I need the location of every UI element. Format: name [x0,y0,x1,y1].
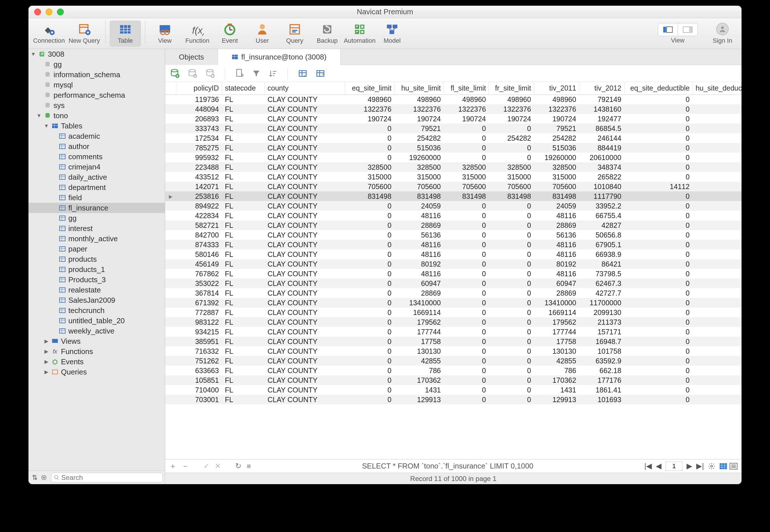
cell[interactable]: 894922 [176,201,222,211]
stop-button[interactable]: ■ [247,462,251,470]
sort-icon[interactable] [269,69,277,78]
tree-collapse-icon[interactable]: ⇅ [31,474,39,482]
cell[interactable]: 105851 [176,375,222,385]
cell[interactable]: 0 [489,124,534,133]
cell[interactable]: 422834 [176,211,222,220]
delete-row-button[interactable]: － [182,461,189,471]
cell[interactable] [693,279,741,288]
cell[interactable]: FL [222,182,265,191]
cell[interactable]: 1322376 [394,104,444,114]
cell[interactable]: FL [222,230,265,240]
cell[interactable]: 42855 [534,356,579,366]
tables-folder[interactable]: ▼Tables [28,121,165,131]
cell[interactable]: 983122 [176,317,222,327]
cell[interactable] [693,95,741,104]
cell[interactable]: 190724 [489,114,534,124]
table-author[interactable]: author [28,141,165,152]
table-row[interactable]: 785275FLCLAY COUNTY051503600515036884419… [165,143,742,153]
cell[interactable]: 0 [624,220,693,230]
cell[interactable]: FL [222,104,265,114]
cell[interactable]: 0 [489,220,534,230]
cell[interactable]: 0 [345,133,394,143]
cell[interactable] [693,114,741,124]
cell[interactable]: 11700000 [579,298,624,308]
sidebar-search[interactable] [51,473,163,482]
table-products[interactable]: products [28,254,165,264]
table-field[interactable]: field [28,193,165,203]
cell[interactable]: 1322376 [489,104,534,114]
cell[interactable]: FL [222,395,265,404]
cell[interactable]: 884419 [579,143,624,153]
cell[interactable]: FL [222,220,265,230]
cell[interactable]: 192477 [579,114,624,124]
cell[interactable]: 705600 [534,182,579,191]
cell[interactable]: 0 [444,143,489,153]
table-row[interactable]: 206893FLCLAY COUNTY190724190724190724190… [165,114,742,124]
cell[interactable]: 0 [624,356,693,366]
cell[interactable]: 1669114 [534,308,579,317]
cell[interactable]: CLAY COUNTY [265,104,345,114]
tab-objects[interactable]: Objects [165,49,218,65]
first-page-button[interactable]: |◀ [644,462,652,470]
cell[interactable]: 0 [345,375,394,385]
cell[interactable]: 831498 [489,191,534,201]
table-row[interactable]: 671392FLCLAY COUNTY013410000001341000011… [165,298,742,308]
cell[interactable] [693,191,741,201]
cell[interactable]: 0 [624,124,693,133]
cell[interactable]: 1861.41 [579,385,624,395]
cell[interactable]: CLAY COUNTY [265,317,345,327]
db-gg[interactable]: gg [28,59,165,69]
cell[interactable] [693,133,741,143]
cell[interactable]: 50656.8 [579,230,624,240]
cell[interactable]: CLAY COUNTY [265,327,345,337]
cell[interactable]: FL [222,346,265,356]
cell[interactable]: 79521 [394,124,444,133]
table-row[interactable]: 433512FLCLAY COUNTY315000315000315000315… [165,172,742,182]
cell[interactable]: FL [222,308,265,317]
cell[interactable]: CLAY COUNTY [265,279,345,288]
table-row[interactable]: 633663FLCLAY COUNTY078600786662.180 [165,366,742,375]
table-gg[interactable]: gg [28,213,165,223]
cell[interactable]: 80192 [534,259,579,269]
db-tono[interactable]: ▼tono [28,111,165,121]
cell[interactable]: 177744 [534,327,579,337]
cell[interactable]: 253816 [176,191,222,201]
cell[interactable]: 13410000 [394,298,444,308]
cell[interactable]: FL [222,366,265,375]
cell[interactable]: 101758 [579,346,624,356]
cell[interactable]: 62467.3 [579,279,624,288]
col-statecode[interactable]: statecode [222,82,265,95]
cell[interactable]: 315000 [489,172,534,182]
cell[interactable]: 63592.9 [579,356,624,366]
cell[interactable]: 20610000 [579,153,624,162]
cell[interactable]: 13410000 [534,298,579,308]
cell[interactable]: FL [222,259,265,269]
cell[interactable]: 119736 [176,95,222,104]
cell[interactable]: 0 [624,191,693,201]
cell[interactable]: 498960 [345,95,394,104]
cell[interactable]: 0 [345,279,394,288]
cell[interactable]: 515036 [394,143,444,153]
cell[interactable]: 0 [624,298,693,308]
cell[interactable]: CLAY COUNTY [265,201,345,211]
table-row[interactable]: 767862FLCLAY COUNTY048116004811673798.50 [165,269,742,279]
cell[interactable]: 315000 [394,172,444,182]
cell[interactable]: 28869 [534,288,579,298]
cell[interactable]: FL [222,327,265,337]
cell[interactable]: 0 [444,317,489,327]
cell[interactable]: CLAY COUNTY [265,95,345,104]
cell[interactable] [693,104,741,114]
cell[interactable]: 24059 [534,201,579,211]
cell[interactable]: 0 [444,288,489,298]
cell[interactable]: 0 [489,288,534,298]
import-icon[interactable] [298,69,308,78]
table-row[interactable]: 580146FLCLAY COUNTY048116004811666938.90 [165,249,742,259]
cell[interactable]: 0 [489,240,534,249]
cell[interactable]: 0 [624,279,693,288]
table-products_1[interactable]: products_1 [28,264,165,275]
cell[interactable]: CLAY COUNTY [265,259,345,269]
model-toolbar-button[interactable]: Model [376,21,408,47]
cell[interactable]: 0 [624,162,693,172]
cell[interactable]: 0 [624,95,693,104]
cell[interactable]: FL [222,337,265,346]
